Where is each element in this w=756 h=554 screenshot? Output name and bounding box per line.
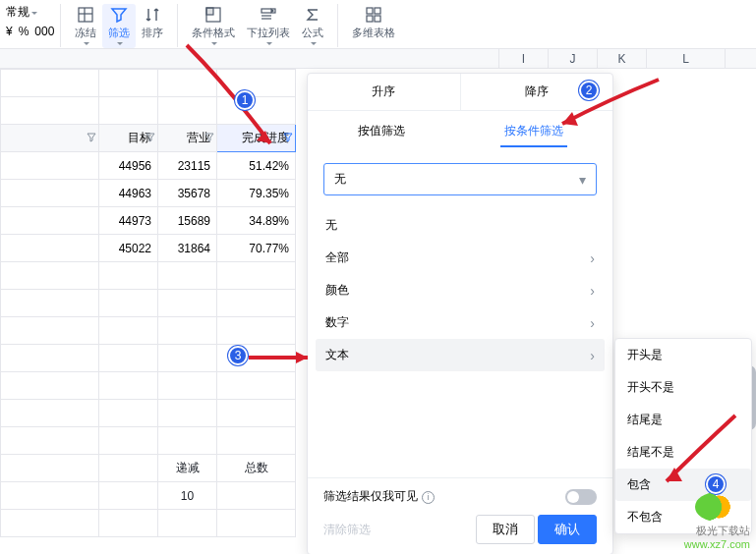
confirm-button[interactable]: 确认 bbox=[538, 515, 597, 544]
table-row[interactable]: 449731568934.89% bbox=[1, 207, 296, 235]
filter-indicator-icon[interactable] bbox=[87, 132, 96, 145]
watermark-logo-icon bbox=[695, 492, 738, 522]
formula-icon bbox=[304, 6, 321, 24]
info-icon[interactable]: i bbox=[422, 491, 435, 504]
dropdown-list-icon bbox=[260, 6, 277, 24]
svg-rect-0 bbox=[79, 8, 92, 22]
col-K[interactable]: K bbox=[598, 49, 647, 68]
view-group: 冻结 筛选 排序 bbox=[61, 4, 178, 47]
decimal-button[interactable]: 000 bbox=[34, 25, 54, 38]
sort-icon bbox=[144, 6, 161, 24]
chevron-right-icon: › bbox=[590, 283, 595, 299]
clear-filter-button[interactable]: 清除筛选 bbox=[323, 522, 371, 538]
option-color[interactable]: 颜色› bbox=[316, 274, 605, 306]
option-none[interactable]: 无 bbox=[316, 209, 605, 242]
svg-rect-9 bbox=[375, 8, 380, 14]
sub-starts[interactable]: 开头是 bbox=[615, 339, 751, 371]
annotation-badge-2: 2 bbox=[579, 81, 599, 100]
sub-not-ends[interactable]: 结尾不是 bbox=[615, 436, 751, 469]
dropdown-list-button[interactable]: 下拉列表 bbox=[241, 4, 296, 48]
conditional-format-icon bbox=[204, 6, 222, 24]
data-table[interactable]: 目标 营业 完成进度 449562311551.42% 449633567879… bbox=[0, 69, 296, 537]
header-biz[interactable]: 营业 bbox=[158, 125, 217, 152]
conditional-format-button[interactable]: 条件格式 bbox=[186, 4, 241, 48]
sort-button[interactable]: 排序 bbox=[136, 4, 169, 42]
pivot-button[interactable]: 多维表格 bbox=[346, 4, 401, 42]
select-caret-icon: ▾ bbox=[579, 172, 586, 188]
annotation-badge-4: 4 bbox=[706, 474, 726, 494]
filter-by-condition-tab[interactable]: 按条件筛选 bbox=[500, 117, 567, 147]
summary-header-row: 递减总数 bbox=[1, 455, 296, 482]
filter-panel: 升序 降序 按值筛选 按条件筛选 无 ▾ 无 全部› 颜色› 数字› 文本› 筛… bbox=[307, 73, 613, 554]
pivot-group: 多维表格 bbox=[338, 4, 409, 47]
condition-options: 无 全部› 颜色› 数字› 文本› bbox=[308, 205, 612, 375]
chevron-right-icon: › bbox=[590, 315, 595, 331]
col-I[interactable]: I bbox=[499, 49, 549, 68]
header-goal[interactable]: 目标 bbox=[99, 125, 158, 152]
chevron-right-icon: › bbox=[590, 250, 595, 266]
sort-asc-button[interactable]: 升序 bbox=[308, 74, 461, 110]
formula-button[interactable]: 公式 bbox=[296, 4, 329, 48]
option-number[interactable]: 数字› bbox=[316, 306, 605, 339]
format-cond-group: 条件格式 下拉列表 公式 bbox=[178, 4, 338, 47]
freeze-button[interactable]: 冻结 bbox=[69, 4, 102, 48]
table-row[interactable]: 449633567879.35% bbox=[1, 180, 296, 207]
svg-rect-10 bbox=[367, 16, 373, 22]
currency-button[interactable]: ¥ bbox=[6, 25, 13, 38]
watermark: 极光下载站 www.xz7.com bbox=[684, 492, 750, 550]
svg-rect-4 bbox=[206, 8, 213, 15]
annotation-badge-3: 3 bbox=[228, 346, 248, 365]
condition-select[interactable]: 无 ▾ bbox=[323, 163, 597, 195]
header-progress[interactable]: 完成进度 bbox=[217, 125, 296, 152]
pivot-icon bbox=[365, 6, 382, 24]
number-format-select[interactable]: 常规 bbox=[6, 4, 37, 21]
summary-value-row: 10 bbox=[1, 482, 296, 510]
column-headers: I J K L bbox=[0, 49, 756, 69]
option-all[interactable]: 全部› bbox=[316, 242, 605, 274]
option-text[interactable]: 文本› bbox=[316, 339, 605, 371]
svg-rect-8 bbox=[367, 8, 373, 14]
col-L[interactable]: L bbox=[647, 49, 726, 68]
chevron-right-icon: › bbox=[590, 348, 595, 363]
filter-icon bbox=[110, 6, 128, 24]
only-me-label: 筛选结果仅我可见i bbox=[323, 488, 435, 505]
percent-button[interactable]: % bbox=[19, 25, 29, 38]
table-row[interactable]: 450223186470.77% bbox=[1, 235, 296, 262]
sub-not-starts[interactable]: 开头不是 bbox=[615, 371, 751, 404]
filter-button[interactable]: 筛选 bbox=[102, 4, 136, 48]
only-me-toggle[interactable] bbox=[565, 489, 597, 505]
toolbar: 常规 ¥ % 000 冻结 筛选 排序 条件格式 下拉列表 bbox=[0, 0, 756, 49]
annotation-badge-1: 1 bbox=[235, 90, 255, 110]
format-group: 常规 ¥ % 000 bbox=[6, 4, 61, 47]
sub-ends[interactable]: 结尾是 bbox=[615, 404, 751, 436]
freeze-icon bbox=[77, 6, 94, 24]
col-J[interactable]: J bbox=[549, 49, 598, 68]
cancel-button[interactable]: 取消 bbox=[476, 515, 535, 544]
svg-rect-11 bbox=[375, 16, 380, 22]
table-row[interactable]: 449562311551.42% bbox=[1, 152, 296, 180]
filter-by-value-tab[interactable]: 按值筛选 bbox=[354, 117, 409, 147]
